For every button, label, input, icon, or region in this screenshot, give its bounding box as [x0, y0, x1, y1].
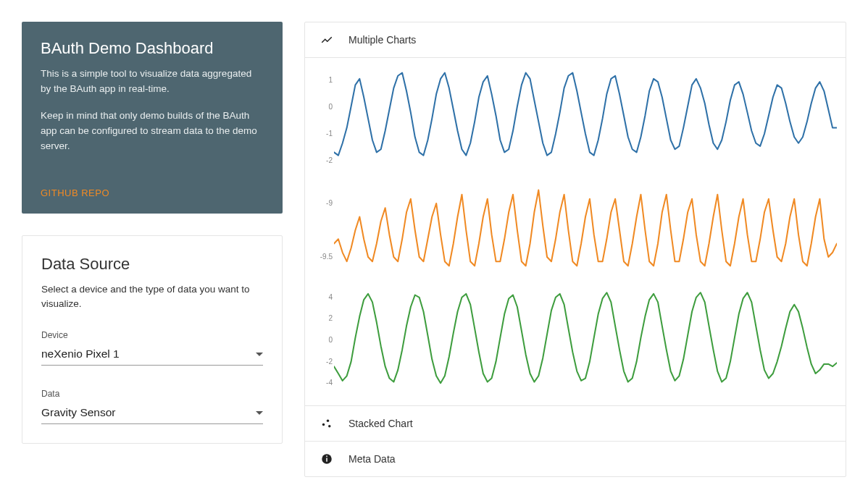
hero-desc-2: Keep in mind that only demo builds of th… — [41, 109, 264, 154]
chart-1: 10-1-2 — [334, 67, 837, 174]
svg-point-1 — [327, 420, 329, 422]
multiple-charts-label: Multiple Charts — [349, 34, 416, 46]
data-value: Gravity Sensor — [41, 406, 116, 419]
charts-panel: Multiple Charts 10-1-2 -9-9.5 420-2-4 — [304, 22, 846, 477]
device-value: neXenio Pixel 1 — [41, 347, 120, 360]
data-label: Data — [41, 389, 263, 399]
svg-point-0 — [322, 423, 325, 426]
charts-container: 10-1-2 -9-9.5 420-2-4 — [305, 58, 846, 406]
hero-card: BAuth Demo Dashboard This is a simple to… — [22, 22, 283, 214]
device-label: Device — [41, 330, 263, 340]
meta-data-header[interactable]: Meta Data — [305, 442, 846, 476]
chevron-down-icon — [256, 353, 263, 356]
meta-data-label: Meta Data — [349, 453, 396, 465]
multiple-charts-header[interactable]: Multiple Charts — [305, 22, 846, 58]
line-chart-icon — [320, 33, 334, 47]
stacked-chart-header[interactable]: Stacked Chart — [305, 406, 846, 442]
hero-desc-1: This is a simple tool to visualize data … — [41, 67, 264, 97]
svg-rect-4 — [326, 458, 327, 462]
info-icon — [320, 452, 334, 466]
data-source-title: Data Source — [41, 255, 263, 274]
svg-point-2 — [328, 425, 330, 427]
chevron-down-icon — [256, 411, 263, 415]
scatter-icon — [320, 416, 334, 431]
github-repo-link[interactable]: GITHUB REPO — [41, 187, 109, 198]
data-source-desc: Select a device and the type of data you… — [41, 282, 263, 312]
svg-rect-5 — [326, 456, 327, 457]
hero-title: BAuth Demo Dashboard — [41, 39, 264, 58]
chart-3: 420-2-4 — [334, 287, 837, 394]
chart-2: -9-9.5 — [334, 177, 837, 284]
data-select[interactable]: Gravity Sensor — [41, 403, 263, 424]
device-select[interactable]: neXenio Pixel 1 — [41, 345, 263, 366]
data-source-card: Data Source Select a device and the type… — [22, 235, 283, 444]
stacked-chart-label: Stacked Chart — [349, 418, 413, 429]
